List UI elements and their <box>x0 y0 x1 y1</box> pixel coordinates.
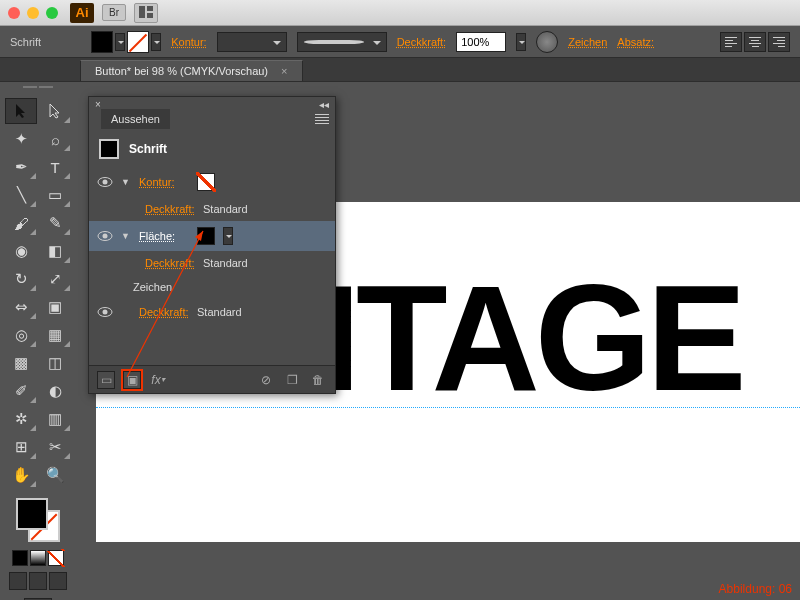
stroke-swatch-none[interactable] <box>197 173 215 191</box>
column-graph-tool[interactable]: ▥ <box>39 406 71 432</box>
color-mode-none[interactable] <box>48 550 64 566</box>
object-opacity-row[interactable]: Deckkraft: Standard <box>89 299 335 325</box>
new-fill-button[interactable]: ▣ <box>123 371 141 389</box>
eyedropper-tool[interactable]: ✐ <box>5 378 37 404</box>
stroke-label[interactable]: Kontur: <box>139 176 189 188</box>
shape-builder-tool[interactable]: ◎ <box>5 322 37 348</box>
target-label: Schrift <box>129 142 167 156</box>
gradient-tool[interactable]: ◫ <box>39 350 71 376</box>
character-panel-link[interactable]: Zeichen <box>568 36 607 48</box>
pencil-tool[interactable]: ✎ <box>39 210 71 236</box>
paragraph-panel-link[interactable]: Absatz: <box>617 36 654 48</box>
draw-normal[interactable] <box>9 572 27 590</box>
arrange-documents-button[interactable] <box>134 3 158 23</box>
add-effect-button[interactable]: fx▾ <box>149 371 167 389</box>
align-center-button[interactable] <box>744 32 766 52</box>
blend-tool[interactable]: ◐ <box>39 378 71 404</box>
stroke-swatch[interactable] <box>127 31 149 53</box>
arrange-icon <box>139 6 153 18</box>
panel-menu-button[interactable] <box>315 114 329 124</box>
rectangle-tool[interactable]: ▭ <box>39 182 71 208</box>
new-stroke-button[interactable]: ▭ <box>97 371 115 389</box>
variable-width-select[interactable] <box>297 32 387 52</box>
document-tab-strip: Button* bei 98 % (CMYK/Vorschau) × <box>0 58 800 82</box>
rotate-tool[interactable]: ↻ <box>5 266 37 292</box>
characters-row[interactable]: Zeichen <box>89 275 335 299</box>
slice-tool[interactable]: ✂ <box>39 434 71 460</box>
panel-collapse-icon[interactable]: ◂◂ <box>319 99 329 107</box>
draw-behind[interactable] <box>29 572 47 590</box>
blob-brush-tool[interactable]: ◉ <box>5 238 37 264</box>
clear-appearance-button[interactable]: ⊘ <box>257 371 275 389</box>
stroke-weight-select[interactable] <box>217 32 287 52</box>
perspective-grid-tool[interactable]: ▦ <box>39 322 71 348</box>
control-bar: Schrift Kontur: Deckkraft: Zeichen Absat… <box>0 26 800 58</box>
appearance-tab[interactable]: Aussehen <box>101 109 170 129</box>
fill-box[interactable] <box>16 498 48 530</box>
opacity-input[interactable] <box>456 32 506 52</box>
fill-stroke-swatches[interactable] <box>91 31 161 53</box>
type-tool[interactable]: T <box>39 154 71 180</box>
fill-swatch-black[interactable] <box>197 227 215 245</box>
recolor-button[interactable] <box>536 31 558 53</box>
width-tool[interactable]: ⇔ <box>5 294 37 320</box>
symbol-sprayer-tool[interactable]: ✲ <box>5 406 37 432</box>
close-window-button[interactable] <box>8 7 20 19</box>
paintbrush-tool[interactable]: 🖌 <box>5 210 37 236</box>
close-tab-button[interactable]: × <box>281 65 287 77</box>
free-transform-tool[interactable]: ▣ <box>39 294 71 320</box>
delete-item-button[interactable]: 🗑 <box>309 371 327 389</box>
document-tab[interactable]: Button* bei 98 % (CMYK/Vorschau) × <box>80 60 303 81</box>
pen-tool[interactable]: ✒ <box>5 154 37 180</box>
object-opacity-value: Standard <box>197 306 242 318</box>
svg-rect-0 <box>139 6 145 18</box>
magic-wand-tool[interactable]: ✦ <box>5 126 37 152</box>
svg-point-6 <box>103 234 108 239</box>
line-tool[interactable]: ╲ <box>5 182 37 208</box>
draw-mode-row <box>9 572 67 590</box>
panel-close-icon[interactable]: × <box>95 99 101 107</box>
visibility-toggle[interactable] <box>97 229 113 243</box>
fill-swatch[interactable] <box>91 31 113 53</box>
panel-grip[interactable] <box>8 86 68 96</box>
align-left-button[interactable] <box>720 32 742 52</box>
lasso-tool[interactable]: ⌕ <box>39 126 71 152</box>
opacity-link[interactable]: Deckkraft: <box>397 36 447 48</box>
draw-inside[interactable] <box>49 572 67 590</box>
stroke-link[interactable]: Kontur: <box>171 36 206 48</box>
opacity-dropdown[interactable] <box>516 33 526 51</box>
fill-stroke-control[interactable] <box>14 496 62 544</box>
visibility-toggle[interactable] <box>97 175 113 189</box>
stroke-row[interactable]: ▼ Kontur: <box>89 167 335 197</box>
fill-label[interactable]: Fläche: <box>139 230 189 242</box>
hand-tool[interactable]: ✋ <box>5 462 37 488</box>
stroke-opacity-row[interactable]: Deckkraft: Standard <box>89 197 335 221</box>
fill-opacity-label[interactable]: Deckkraft: <box>145 257 195 269</box>
fill-row[interactable]: ▼ Fläche: <box>89 221 335 251</box>
color-mode-gradient[interactable] <box>30 550 46 566</box>
fill-opacity-row[interactable]: Deckkraft: Standard <box>89 251 335 275</box>
zoom-window-button[interactable] <box>46 7 58 19</box>
stroke-dropdown[interactable] <box>151 33 161 51</box>
object-opacity-label[interactable]: Deckkraft: <box>139 306 189 318</box>
color-mode-solid[interactable] <box>12 550 28 566</box>
align-right-button[interactable] <box>768 32 790 52</box>
duplicate-item-button[interactable]: ❐ <box>283 371 301 389</box>
selection-tool[interactable] <box>5 98 37 124</box>
stroke-opacity-label[interactable]: Deckkraft: <box>145 203 195 215</box>
zoom-tool[interactable]: 🔍 <box>39 462 71 488</box>
artboard-tool[interactable]: ⊞ <box>5 434 37 460</box>
mesh-tool[interactable]: ▩ <box>5 350 37 376</box>
app-window: Ai Br Schrift Kontur: Deckkraft: Zeichen… <box>0 0 800 600</box>
eraser-tool[interactable]: ◧ <box>39 238 71 264</box>
fill-swatch-dropdown[interactable] <box>223 227 233 245</box>
disclosure-icon[interactable]: ▼ <box>121 177 131 187</box>
direct-selection-tool[interactable] <box>39 98 71 124</box>
fill-dropdown[interactable] <box>115 33 125 51</box>
bridge-button[interactable]: Br <box>102 4 126 21</box>
visibility-toggle[interactable] <box>97 305 113 319</box>
scale-tool[interactable]: ⤢ <box>39 266 71 292</box>
disclosure-icon[interactable]: ▼ <box>121 231 131 241</box>
minimize-window-button[interactable] <box>27 7 39 19</box>
appearance-target-row: Schrift <box>89 131 335 167</box>
